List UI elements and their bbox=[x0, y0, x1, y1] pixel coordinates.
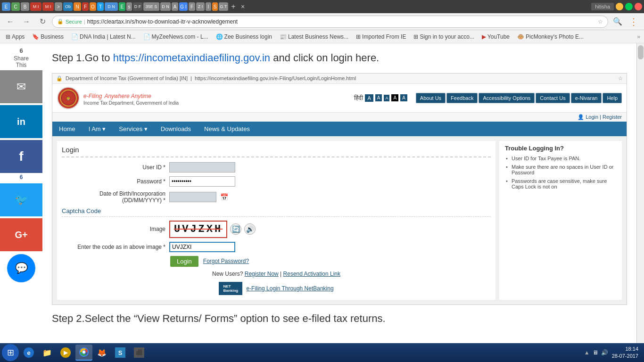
contact-btn[interactable]: Contact Us bbox=[536, 93, 570, 103]
tab-item[interactable]: F bbox=[189, 2, 195, 11]
font-a2[interactable]: A bbox=[375, 94, 382, 101]
resend-activation-link[interactable]: Resend Activation Link bbox=[283, 271, 340, 277]
tab-item[interactable]: D N bbox=[160, 2, 171, 11]
tab-item[interactable]: D N bbox=[105, 2, 118, 11]
back-button[interactable]: ← bbox=[4, 15, 17, 28]
address-bar[interactable]: 🔒 Secure | https://cleartax.in/s/how-to-… bbox=[52, 16, 608, 28]
help-btn[interactable]: Help bbox=[603, 93, 622, 103]
font-a1[interactable]: A bbox=[365, 94, 373, 102]
bookmark-business[interactable]: 🔖 Business bbox=[30, 33, 66, 41]
minimize-button[interactable] bbox=[616, 3, 623, 10]
googleplus-share-button[interactable]: G+ bbox=[0, 218, 42, 251]
bookmark-youtube[interactable]: ▶ YouTube bbox=[480, 33, 512, 41]
taskbar-explorer[interactable]: 📁 bbox=[39, 345, 56, 361]
forgot-password-link[interactable]: Forgot Password? bbox=[203, 258, 249, 264]
userid-input[interactable] bbox=[169, 162, 235, 173]
menu-icon[interactable]: ⋮ bbox=[627, 15, 640, 28]
facebook-share-button[interactable]: f bbox=[0, 140, 42, 173]
start-button[interactable]: ⊞ bbox=[2, 344, 19, 361]
window-close-button[interactable] bbox=[635, 3, 642, 10]
calendar-icon[interactable]: 📅 bbox=[220, 193, 228, 201]
tab-item[interactable]: S bbox=[212, 2, 218, 11]
bookmark-zee[interactable]: 🌐 Zee Business login bbox=[214, 33, 274, 41]
it-top-nav: About Us Feedback Accessibility Options … bbox=[416, 93, 622, 103]
close-tab-button[interactable]: × bbox=[239, 2, 247, 11]
about-us-btn[interactable]: About Us bbox=[416, 93, 446, 103]
tab-item[interactable]: B bbox=[21, 2, 29, 11]
taskbar-chrome[interactable] bbox=[75, 345, 92, 361]
trouble-tip-2: Make sure there are no spaces in User ID… bbox=[505, 164, 616, 175]
tab-item[interactable]: Ob bbox=[63, 2, 73, 11]
feedback-btn[interactable]: Feedback bbox=[446, 93, 478, 103]
tab-item[interactable]: A bbox=[172, 2, 178, 11]
taskbar-word[interactable]: S bbox=[111, 345, 129, 361]
taskbar-firefox[interactable]: 🦊 bbox=[93, 345, 110, 361]
downloads-nav[interactable]: Downloads bbox=[154, 122, 198, 136]
more-bookmarks[interactable]: » bbox=[637, 33, 640, 40]
news-nav[interactable]: News & Updates bbox=[198, 122, 256, 136]
tab-item[interactable]: C bbox=[11, 2, 20, 11]
profile-icon: 👤 bbox=[578, 114, 584, 120]
tab-item[interactable]: I bbox=[206, 2, 211, 11]
bookmark-dna[interactable]: 📄 DNA India | Latest N... bbox=[69, 33, 138, 41]
font-a3[interactable]: A bbox=[384, 95, 389, 101]
tab-item[interactable]: Z I bbox=[196, 2, 205, 11]
new-tab-button[interactable]: + bbox=[229, 2, 238, 11]
bookmark-myzee[interactable]: 📄 MyZeeNews.com - L... bbox=[141, 33, 210, 41]
tab-item[interactable]: M I bbox=[42, 2, 54, 11]
bookmark-lbn[interactable]: 📰 Latest Business News... bbox=[278, 33, 350, 41]
forward-button[interactable]: → bbox=[20, 15, 33, 28]
tab-item[interactable]: E bbox=[119, 2, 125, 11]
taskbar-app[interactable]: ⬛ bbox=[130, 345, 148, 361]
tab-item[interactable]: G T bbox=[219, 2, 228, 11]
tab-item[interactable]: G I bbox=[179, 2, 188, 11]
media-taskbar-icon: ▶ bbox=[60, 347, 71, 358]
accessibility-btn[interactable]: Accessibility Options bbox=[479, 93, 535, 103]
tab-item[interactable]: N bbox=[74, 2, 81, 11]
tab-item[interactable]: E bbox=[2, 2, 10, 11]
maximize-button[interactable] bbox=[625, 3, 633, 10]
scrollbar-thumb[interactable] bbox=[638, 45, 644, 59]
tab-item[interactable]: 35E S bbox=[143, 2, 159, 11]
home-nav[interactable]: Home bbox=[52, 122, 82, 136]
password-input[interactable] bbox=[169, 176, 235, 187]
netbanking-section[interactable]: NETBanking e-Filing Login Through NetBan… bbox=[62, 282, 491, 295]
scrollbar[interactable] bbox=[636, 43, 644, 343]
bookmark-apps[interactable]: ⊞ Apps bbox=[4, 33, 26, 41]
tab-item[interactable]: F bbox=[82, 2, 89, 11]
taskbar-ie[interactable]: e bbox=[20, 345, 38, 361]
e-nivaran-btn[interactable]: e-Nivaran bbox=[571, 93, 602, 103]
tab-item[interactable]: M I bbox=[30, 2, 41, 11]
dob-input[interactable] bbox=[169, 192, 216, 202]
tab-item[interactable]: > bbox=[55, 2, 62, 11]
audio-captcha-button[interactable]: 🔊 bbox=[244, 223, 256, 235]
bookmark-star-icon[interactable]: ☆ bbox=[598, 18, 603, 25]
services-nav[interactable]: Services ▾ bbox=[112, 122, 154, 136]
twitter-share-button[interactable]: 🐦 bbox=[0, 183, 42, 216]
ie-taskbar-icon: e bbox=[24, 347, 34, 358]
login-button[interactable]: Login bbox=[170, 256, 198, 267]
register-link[interactable]: Register Now bbox=[245, 271, 279, 277]
bookmark-picmonkey[interactable]: 🐵 PicMonkey's Photo E... bbox=[515, 33, 586, 41]
linkedin-share-button[interactable]: in bbox=[0, 105, 42, 138]
messenger-share-button[interactable]: 💬 bbox=[7, 254, 35, 282]
share-label: Share This bbox=[14, 55, 29, 68]
tab-item[interactable]: T bbox=[97, 2, 104, 11]
refresh-button[interactable]: ↻ bbox=[36, 15, 49, 28]
search-icon[interactable]: 🔍 bbox=[611, 15, 624, 28]
font-a5[interactable]: A bbox=[400, 94, 407, 101]
email-share-button[interactable]: ✉ bbox=[0, 70, 42, 103]
tab-item[interactable]: s bbox=[126, 2, 132, 11]
captcha-input[interactable] bbox=[169, 242, 235, 252]
iam-nav[interactable]: I Am ▾ bbox=[82, 122, 113, 136]
tab-item[interactable]: D F bbox=[133, 2, 142, 11]
login-register-link[interactable]: Login | Register bbox=[586, 114, 622, 120]
bookmark-ie[interactable]: ⊞ Imported From IE bbox=[354, 33, 408, 41]
netbanking-text[interactable]: e-Filing Login Through NetBanking bbox=[246, 285, 333, 292]
income-tax-link[interactable]: https://incometaxindiaefiling.gov.in bbox=[113, 52, 270, 64]
bookmark-signin[interactable]: ⊞ Sign in to your acco... bbox=[412, 33, 476, 41]
tab-item[interactable]: O bbox=[90, 2, 96, 11]
refresh-captcha-button[interactable]: 🔄 bbox=[230, 223, 241, 235]
taskbar-media[interactable]: ▶ bbox=[57, 345, 74, 361]
font-a4[interactable]: A bbox=[391, 94, 398, 101]
